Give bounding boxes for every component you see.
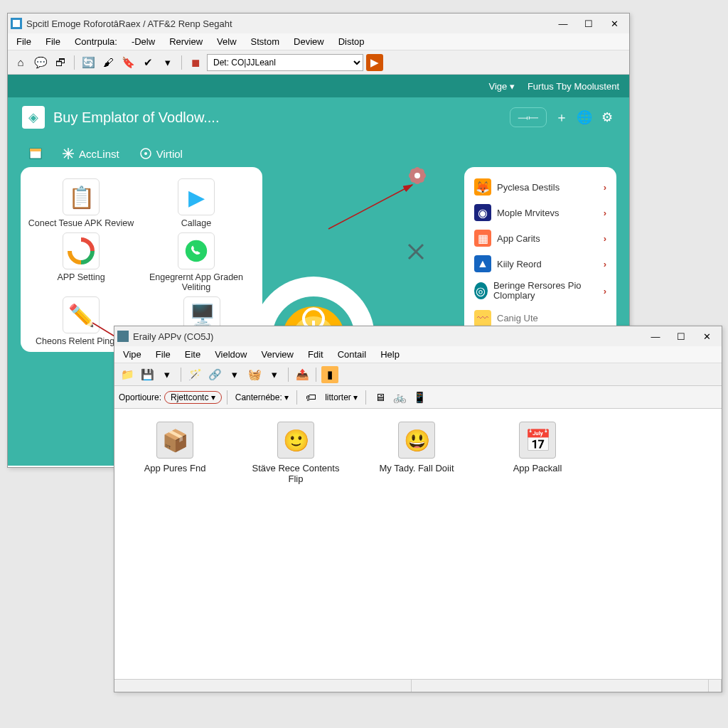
tab-virtiol[interactable]: Virtiol <box>139 147 183 160</box>
svg-rect-3 <box>30 149 41 151</box>
app-callage[interactable]: ▶ Callage <box>141 178 251 228</box>
calendar-icon <box>29 147 42 160</box>
maximize-button[interactable]: ☐ <box>669 328 693 344</box>
filter-drop-2[interactable]: Canternébe: ▾ <box>232 392 291 402</box>
menu-deview[interactable]: Deview <box>288 35 330 48</box>
stop-icon[interactable]: ◼ <box>187 54 204 71</box>
top-strip-right[interactable]: Furtus Tby Moolustent <box>528 81 619 92</box>
monitor-icon[interactable]: 🖥 <box>371 389 388 406</box>
separator <box>288 368 289 382</box>
new-window-icon[interactable]: 🗗 <box>52 54 69 71</box>
menubar: File File Contrpula: -Delw Rerview Velw … <box>8 33 629 50</box>
go-icon[interactable]: ▶ <box>366 54 383 71</box>
chevron-down-icon[interactable]: ▾ <box>226 366 243 383</box>
smiley-hand-icon: 😃 <box>398 422 435 459</box>
flag-icon[interactable]: ▮ <box>321 366 338 383</box>
maximize-button[interactable]: ☐ <box>577 16 601 31</box>
menu-fdit[interactable]: Fdit <box>302 348 329 361</box>
app-engagement[interactable]: Engegrernt App Graden Veliting <box>141 232 251 292</box>
export-icon[interactable]: 📤 <box>294 366 311 383</box>
menu-file[interactable]: File <box>11 35 37 48</box>
window-title: Eraily APPv (CO5J) <box>133 331 643 342</box>
link-icon[interactable]: 🔗 <box>206 366 223 383</box>
brush-icon[interactable]: 🖌 <box>100 54 117 71</box>
box-icon: 📦 <box>156 422 193 459</box>
item-stave[interactable]: 🙂 Stäve Rece Contents Flip <box>250 422 342 666</box>
gear-icon[interactable]: ⚙ <box>599 109 615 125</box>
tab-calendar[interactable] <box>29 147 42 160</box>
separator <box>316 368 316 382</box>
menu-velw[interactable]: Velw <box>211 35 242 48</box>
tag-icon[interactable]: 🏷 <box>302 389 319 406</box>
check-icon[interactable]: ✔ <box>139 54 156 71</box>
list-item-beringe[interactable]: ◎ Beringe Rersores Pio Clomplary › <box>470 277 611 306</box>
plus-icon[interactable]: ＋ <box>554 109 569 125</box>
svg-point-10 <box>186 240 207 262</box>
minimize-button[interactable]: — <box>551 16 575 31</box>
top-strip-left[interactable]: Vige ▾ <box>489 81 515 92</box>
window-controls: — ☐ ✕ <box>551 16 626 31</box>
bookmark-icon[interactable]: 🔖 <box>119 54 136 71</box>
app-icon <box>117 331 129 342</box>
app-label: Callage <box>141 218 251 228</box>
menu-rerview[interactable]: Rerview <box>164 35 208 48</box>
menu-contrpula[interactable]: Contrpula: <box>69 35 123 48</box>
snowflake-icon <box>62 147 75 160</box>
save-icon[interactable]: 💾 <box>139 366 156 383</box>
menu-ststom[interactable]: Ststom <box>245 35 285 48</box>
minimize-button[interactable]: — <box>643 328 668 344</box>
svg-point-13 <box>408 166 427 186</box>
window-body: 📦 App Pures Fnd 🙂 Stäve Rece Contents Fl… <box>114 409 722 679</box>
item-label: Stäve Rece Contents Flip <box>250 463 342 484</box>
dropdown-icon[interactable]: ▾ <box>159 54 176 71</box>
list-item-app-carits[interactable]: ▦ App Carits › <box>470 225 611 251</box>
expand-icon[interactable]: ⟞⟝ <box>510 107 547 127</box>
list-item-pyclesa[interactable]: 🦊 Pyclesa Destils › <box>470 174 611 200</box>
chat-icon[interactable]: 💬 <box>32 54 49 71</box>
app-conect[interactable]: 📋 Conect Tesue APK Review <box>26 178 136 228</box>
calendar-icon: 📅 <box>519 422 556 459</box>
menu-file2[interactable]: File <box>40 35 66 48</box>
menu-vieldow[interactable]: Vieldow <box>209 348 252 361</box>
address-select[interactable]: Det: CO|JJLeanl <box>207 54 363 71</box>
filter-drop-3[interactable]: littorter ▾ <box>322 392 360 402</box>
item-app-pures[interactable]: 📦 App Pures Fnd <box>129 422 221 666</box>
chevron-right-icon: › <box>604 208 606 218</box>
wand-icon[interactable]: 🪄 <box>186 366 203 383</box>
menu-vipe[interactable]: Vipe <box>117 348 147 361</box>
menu-file[interactable]: File <box>150 348 176 361</box>
bike-icon[interactable]: 🚲 <box>391 389 408 406</box>
menu-help[interactable]: Help <box>375 348 405 361</box>
phone-icon[interactable]: 📱 <box>411 389 428 406</box>
chevron-down-icon[interactable]: ▾ <box>266 366 283 383</box>
close-button[interactable]: ✕ <box>602 16 626 31</box>
svg-point-14 <box>408 166 427 186</box>
close-button[interactable]: ✕ <box>695 328 719 344</box>
menu-verview[interactable]: Verview <box>255 348 299 361</box>
item-app-packall[interactable]: 📅 App Packall <box>491 422 584 666</box>
right-list-panel: 🦊 Pyclesa Destils › ◉ Mople Mrvitevs › ▦… <box>464 167 616 338</box>
app-setting[interactable]: APP Setting <box>26 232 136 292</box>
separator <box>181 368 181 382</box>
play-icon: ▶ <box>178 178 215 215</box>
tab-acclist[interactable]: AccLinst <box>62 147 119 160</box>
list-label: App Carits <box>497 233 540 244</box>
chevron-down-icon[interactable]: ▾ <box>159 366 176 383</box>
menu-delw[interactable]: -Delw <box>126 35 161 48</box>
menu-eite[interactable]: Eite <box>179 348 206 361</box>
refresh-icon[interactable]: 🔄 <box>80 54 97 71</box>
window-controls: — ☐ ✕ <box>643 328 719 344</box>
app-label: Engegrernt App Graden Veliting <box>141 272 251 292</box>
globe-icon[interactable]: 🌐 <box>577 109 592 125</box>
filter-drop-1[interactable]: Rjettcontc ▾ <box>164 391 222 404</box>
home-icon[interactable]: ⌂ <box>12 54 29 71</box>
chevron-right-icon: › <box>604 182 606 193</box>
list-item-kiily[interactable]: ▲ Kiily Reord › <box>470 251 611 277</box>
basket-icon[interactable]: 🧺 <box>246 366 263 383</box>
menu-distop[interactable]: Distop <box>333 35 370 48</box>
folder-icon[interactable]: 📁 <box>119 366 136 383</box>
list-item-mople[interactable]: ◉ Mople Mrvitevs › <box>470 200 611 225</box>
menu-contail[interactable]: Contail <box>332 348 372 361</box>
item-my-tady[interactable]: 😃 My Tady. Fall Doiit <box>370 422 463 666</box>
chevron-right-icon: › <box>604 233 606 244</box>
